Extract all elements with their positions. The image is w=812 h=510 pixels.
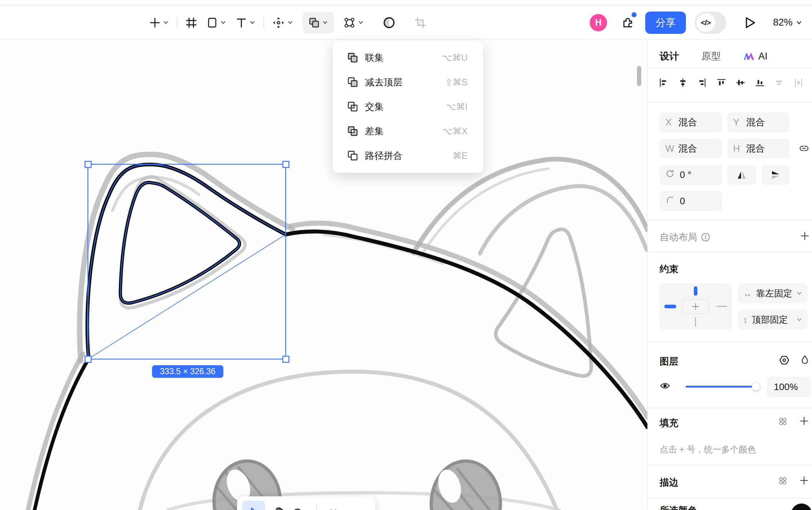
menu-item-union[interactable]: 联集 ⌥⌘U [333, 45, 483, 70]
constraint-bottom-tick[interactable] [695, 317, 696, 327]
selection-handle-nw [85, 161, 91, 167]
plus-icon [691, 302, 700, 311]
align-vertical-center-icon[interactable] [736, 78, 745, 88]
chevron-down-icon [796, 290, 802, 296]
menu-item-subtract[interactable]: 减去顶层 ⇧⌘S [333, 70, 483, 94]
rectangle-tool-button[interactable] [206, 17, 226, 28]
info-icon[interactable] [701, 232, 710, 242]
move-tool-button[interactable] [272, 16, 293, 29]
align-bottom-icon[interactable] [755, 78, 765, 88]
boolean-tool-button-active[interactable] [303, 12, 334, 33]
text-tool-button[interactable] [236, 17, 255, 28]
constraint-top-tick-active[interactable] [694, 286, 697, 296]
corner-radius-field[interactable]: 0 [660, 191, 722, 211]
crop-icon [414, 17, 427, 29]
flip-horizontal-icon [736, 170, 747, 180]
lock-aspect-ratio-button[interactable] [798, 143, 810, 154]
distribute-horizontal-icon [774, 78, 784, 88]
rectangle-icon [206, 17, 218, 28]
width-field[interactable]: W 混合 [660, 139, 722, 158]
menu-item-intersect[interactable]: 交集 ⌥⌘I [333, 94, 483, 119]
pencil-sketch [28, 155, 647, 510]
dev-mode-toggle[interactable]: </> [695, 12, 726, 34]
selected-color-swatch[interactable] [791, 504, 812, 510]
opacity-value-field[interactable]: 100% [767, 377, 811, 397]
constraint-left-tick-active[interactable] [664, 305, 676, 308]
x-field-value: 混合 [678, 116, 697, 129]
y-field-label: Y [733, 117, 746, 128]
edit-path-tool-button[interactable] [343, 17, 364, 29]
tab-ai[interactable]: AI [743, 51, 768, 62]
plus-icon [799, 416, 809, 426]
boolean-operations-menu: 联集 ⌥⌘U 减去顶层 ⇧⌘S 交集 ⌥⌘I 差集 ⌥⌘X 路径拼合 ⌘E [333, 40, 483, 173]
constraint-center-cell[interactable] [682, 299, 709, 314]
align-horizontal-center-icon[interactable] [678, 78, 688, 88]
avatar[interactable]: H [590, 14, 607, 31]
frame-tool-button[interactable] [186, 17, 197, 28]
flip-vertical-button[interactable] [762, 165, 790, 185]
mask-tool-button[interactable] [383, 16, 396, 29]
add-stroke-button[interactable] [799, 475, 809, 486]
align-top-icon[interactable] [717, 78, 726, 88]
insert-tool-button[interactable] [149, 17, 169, 28]
right-properties-panel: 设计 原型 AI X 混合 [647, 40, 812, 510]
vertical-constraint-dropdown[interactable]: ↕ 顶部固定 [738, 310, 807, 330]
x-position-field[interactable]: X 混合 [660, 112, 722, 132]
menu-item-exclude[interactable]: 差集 ⌥⌘X [333, 119, 483, 143]
zoom-level-button[interactable]: 82% [773, 17, 802, 28]
menu-item-flatten[interactable]: 路径拼合 ⌘E [333, 143, 483, 168]
rotation-field[interactable]: 0 ° [660, 165, 722, 185]
link-icon [798, 143, 810, 154]
horizontal-constraint-dropdown[interactable]: ↔ 靠左固定 [738, 283, 807, 303]
menu-item-label: 差集 [365, 125, 442, 138]
canvas-drawing [0, 40, 647, 510]
fill-hint-text: 点击 + 号，统一多个颜色 [660, 444, 756, 455]
styles-icon [777, 416, 788, 427]
blend-mode-button[interactable] [778, 354, 790, 366]
opacity-slider-track[interactable] [686, 386, 759, 388]
constraint-right-tick[interactable] [717, 306, 727, 307]
present-button[interactable] [744, 15, 757, 30]
zoom-level-value: 82% [773, 17, 793, 28]
play-icon [744, 15, 757, 30]
selection-handle-se [283, 356, 289, 362]
selected-colors-title: 所选颜色 [660, 505, 697, 510]
menu-item-shortcut: ⌥⌘U [442, 53, 468, 63]
constraints-widget[interactable] [660, 283, 732, 330]
layer-header: 图层 [660, 355, 678, 368]
chevron-down-icon [796, 19, 802, 26]
bottom-toolbar-divider [316, 504, 317, 510]
add-fill-button[interactable] [799, 416, 809, 426]
share-button[interactable]: 分享 [645, 12, 686, 34]
fill-title: 填充 [660, 417, 678, 428]
menu-item-label: 路径拼合 [365, 149, 452, 162]
hand-icon [272, 506, 285, 510]
tab-design[interactable]: 设计 [660, 50, 679, 63]
opacity-droplet-button[interactable] [800, 354, 810, 365]
align-left-icon[interactable] [659, 78, 668, 88]
selection-overlay [85, 161, 289, 362]
canvas-vertical-scrollbar[interactable] [637, 66, 641, 86]
layer-visibility-button[interactable] [660, 381, 670, 390]
tab-prototype[interactable]: 原型 [701, 50, 721, 63]
flip-horizontal-button[interactable] [727, 165, 756, 185]
plugins-button[interactable] [621, 15, 634, 31]
toolbar-tools-group [149, 5, 427, 40]
hand-tool-button[interactable] [269, 501, 288, 510]
select-tool-button[interactable] [242, 501, 265, 510]
oval-tool-icon [292, 506, 303, 510]
fill-styles-button[interactable] [777, 416, 788, 427]
horizontal-constraint-value: 靠左固定 [756, 287, 796, 299]
height-field[interactable]: H 混合 [727, 139, 790, 158]
opacity-slider-knob[interactable] [752, 382, 760, 391]
y-position-field[interactable]: Y 混合 [727, 112, 790, 132]
shape-tool-button[interactable] [292, 501, 311, 510]
add-auto-layout-button[interactable] [800, 231, 810, 241]
canvas[interactable]: 333.5 × 326.36 [0, 40, 647, 510]
collapse-toolbar-button[interactable] [324, 501, 343, 510]
stroke-styles-button[interactable] [777, 475, 788, 486]
constraints-header: 约束 [660, 263, 678, 276]
stroke-header: 描边 [660, 476, 678, 489]
boolean-union-icon [347, 52, 358, 63]
align-right-icon[interactable] [697, 78, 707, 88]
